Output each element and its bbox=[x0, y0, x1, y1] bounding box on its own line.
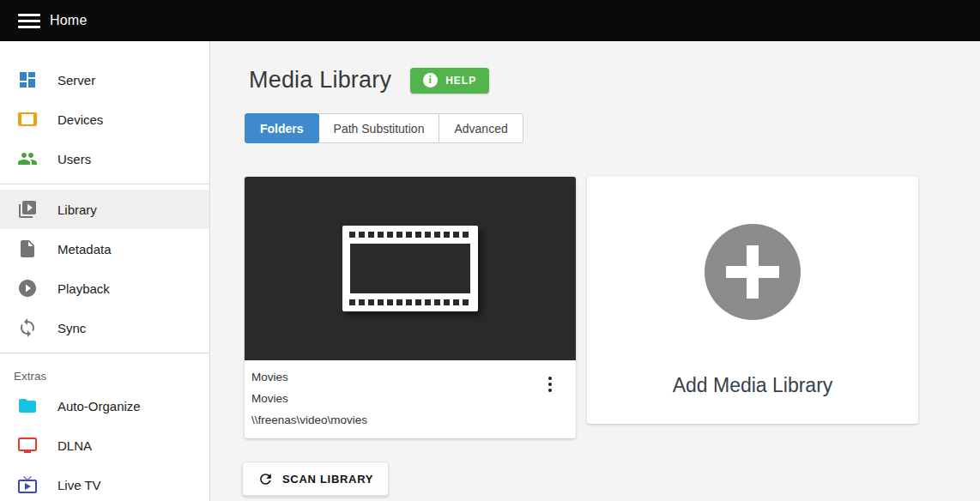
file-icon bbox=[17, 238, 38, 259]
folder-icon bbox=[17, 395, 38, 416]
hamburger-menu-icon[interactable] bbox=[10, 5, 48, 36]
help-button[interactable]: HELP bbox=[410, 68, 489, 94]
add-media-library-label: Add Media Library bbox=[673, 374, 833, 397]
library-card-footer: Movies Movies \\freenas\video\movies bbox=[245, 360, 576, 438]
library-card-thumbnail bbox=[245, 177, 576, 360]
scan-library-label: SCAN LIBRARY bbox=[282, 473, 373, 486]
dashboard-icon bbox=[17, 69, 38, 90]
sidebar-item-library[interactable]: Library bbox=[0, 190, 209, 229]
page-title: Media Library bbox=[249, 67, 391, 94]
vertical-dots-icon[interactable] bbox=[541, 373, 560, 395]
sidebar-item-label: Playback bbox=[57, 281, 110, 296]
sidebar-item-metadata[interactable]: Metadata bbox=[0, 229, 209, 269]
help-button-label: HELP bbox=[445, 75, 476, 87]
sidebar-item-label: Auto-Organize bbox=[57, 399, 141, 413]
sidebar-item-playback[interactable]: Playback bbox=[0, 269, 209, 308]
add-media-library-card[interactable]: Add Media Library bbox=[587, 177, 918, 424]
app-window: Home Server Devices Users bbox=[0, 0, 980, 501]
sidebar-item-label: Users bbox=[57, 152, 91, 166]
library-card-movies[interactable]: Movies Movies \\freenas\video\movies bbox=[245, 177, 576, 438]
sidebar-item-label: DLNA bbox=[57, 438, 92, 453]
live-tv-icon bbox=[17, 474, 38, 495]
video-library-icon bbox=[17, 199, 38, 220]
play-circle-icon bbox=[17, 278, 38, 299]
sidebar: Server Devices Users Library bbox=[0, 41, 210, 501]
library-path: \\freenas\video\movies bbox=[251, 409, 567, 431]
sidebar-item-server[interactable]: Server bbox=[0, 60, 209, 100]
refresh-icon bbox=[257, 471, 274, 487]
tab-advanced[interactable]: Advanced bbox=[439, 113, 523, 143]
sidebar-item-auto-organize[interactable]: Auto-Organize bbox=[0, 386, 209, 426]
sidebar-section-extras: Extras bbox=[0, 359, 209, 386]
tv-icon bbox=[17, 435, 38, 456]
topbar-title: Home bbox=[50, 13, 87, 28]
sidebar-item-label: Sync bbox=[57, 321, 86, 335]
users-icon bbox=[17, 148, 38, 169]
sidebar-divider bbox=[0, 353, 209, 353]
library-name: Movies bbox=[251, 366, 567, 388]
tablet-icon bbox=[17, 109, 38, 130]
sidebar-item-devices[interactable]: Devices bbox=[0, 100, 209, 139]
info-icon bbox=[423, 73, 438, 88]
sidebar-item-label: Live TV bbox=[57, 478, 101, 492]
tab-path-substitution[interactable]: Path Substitution bbox=[318, 113, 440, 143]
sidebar-item-users[interactable]: Users bbox=[0, 139, 209, 178]
main-content: Media Library HELP Folders Path Substitu… bbox=[210, 41, 980, 501]
top-app-bar: Home bbox=[0, 0, 980, 41]
sidebar-item-label: Devices bbox=[57, 112, 103, 127]
sync-icon bbox=[17, 317, 38, 338]
plus-circle-icon bbox=[705, 224, 801, 320]
film-strip-icon bbox=[342, 226, 478, 311]
library-content-type: Movies bbox=[251, 388, 567, 409]
sidebar-item-label: Library bbox=[57, 202, 97, 217]
sidebar-item-label: Server bbox=[57, 73, 95, 88]
tab-bar: Folders Path Substitution Advanced bbox=[245, 113, 980, 143]
scan-library-button[interactable]: SCAN LIBRARY bbox=[242, 462, 389, 496]
sidebar-item-label: Metadata bbox=[57, 242, 112, 257]
tab-folders[interactable]: Folders bbox=[245, 113, 319, 143]
sidebar-divider bbox=[0, 184, 209, 184]
sidebar-item-live-tv[interactable]: Live TV bbox=[0, 465, 209, 501]
sidebar-item-sync[interactable]: Sync bbox=[0, 308, 209, 347]
sidebar-item-dlna[interactable]: DLNA bbox=[0, 426, 209, 465]
